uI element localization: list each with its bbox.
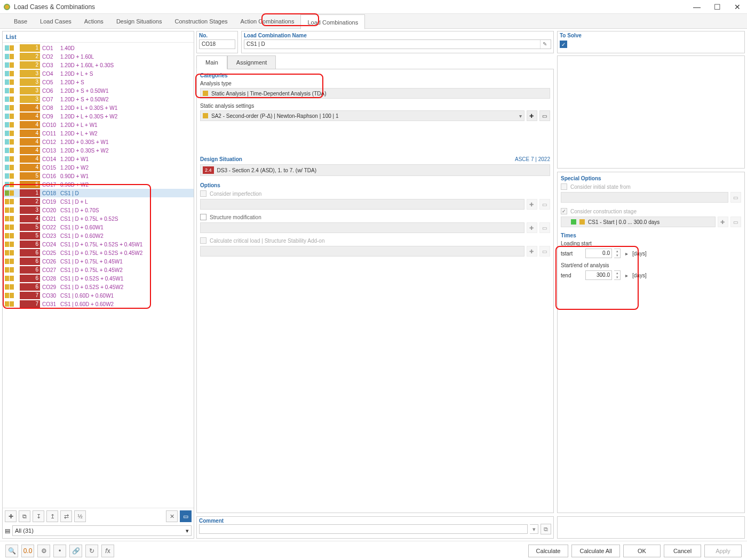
list-row[interactable]: 4CO21CS1 | D + 0.75L + 0.52S <box>3 214 194 223</box>
list-row[interactable]: 5CO170.90D + W2 <box>3 180 194 189</box>
minimize-button[interactable]: — <box>690 3 703 11</box>
list-row[interactable]: 5CO160.90D + W1 <box>3 172 194 180</box>
help-button[interactable]: 🔍 <box>5 545 18 557</box>
list-row[interactable]: 4CO81.20D + L + 0.30S + W1 <box>3 103 194 112</box>
tab-design-situations[interactable]: Design Situations <box>110 14 169 29</box>
comment-input[interactable] <box>199 524 528 534</box>
list-row[interactable]: 3CO51.20D + S <box>3 78 194 86</box>
subtab-main[interactable]: Main <box>196 55 227 69</box>
analysis-type-color-icon <box>203 91 208 96</box>
opt-structmod[interactable]: Structure modification <box>200 214 550 220</box>
calculate-all-button[interactable]: Calculate All <box>571 545 620 557</box>
list-row[interactable]: 4CO151.20D + W2 <box>3 163 194 172</box>
sas-dropdown[interactable]: SA2 - Second-order (P-Δ) | Newton-Raphso… <box>200 110 525 121</box>
tab-actions[interactable]: Actions <box>78 14 110 29</box>
list-row[interactable]: 4CO91.20D + L + 0.30S + W2 <box>3 112 194 121</box>
sort-asc-button[interactable]: ↧ <box>33 510 44 522</box>
solve-checkbox[interactable]: ✓ <box>560 41 567 48</box>
dot-button[interactable]: • <box>53 545 66 557</box>
list-row[interactable]: 1CO18CS1 | D <box>3 189 194 197</box>
tab-base[interactable]: Base <box>7 14 34 29</box>
name-label: Load Combination Name <box>244 33 551 38</box>
sas-label: Static analysis settings <box>200 103 550 109</box>
copy-button[interactable]: ⧉ <box>19 510 30 522</box>
list-row[interactable]: 3CO61.20D + S + 0.50W1 <box>3 86 194 95</box>
tend-go-icon[interactable]: ▸ <box>623 273 630 278</box>
subtab-assignment[interactable]: Assignment <box>227 55 276 69</box>
refresh-button[interactable]: ↻ <box>85 545 98 557</box>
critload-edit-button: ▭ <box>539 246 550 257</box>
comment-dropdown-icon[interactable]: ▾ <box>530 524 538 534</box>
cancel-button[interactable]: Cancel <box>664 545 701 557</box>
list-row[interactable]: 4CO121.20D + 0.30S + W1 <box>3 138 194 146</box>
sas-edit-button[interactable]: ▭ <box>539 110 550 121</box>
list-row[interactable]: 6CO26CS1 | D + 0.75L + 0.45W1 <box>3 257 194 266</box>
list-row[interactable]: 7CO31CS1 | 0.60D + 0.60W2 <box>3 300 194 308</box>
tstart-go-icon[interactable]: ▸ <box>623 251 630 257</box>
ds-title: Design Situation <box>200 156 242 162</box>
no-value[interactable]: CO18 <box>199 39 235 49</box>
delete-button[interactable]: ✕ <box>166 510 178 522</box>
opt-constage: Consider construction stage <box>561 208 741 214</box>
swap-button[interactable]: ⇄ <box>60 510 72 522</box>
chevron-down-icon: ▾ <box>519 113 522 119</box>
list-row[interactable]: 2CO19CS1 | D + L <box>3 197 194 206</box>
tstart-input[interactable]: 0.0 <box>585 249 612 258</box>
list-row[interactable]: 4CO141.20D + W1 <box>3 155 194 163</box>
list-row[interactable]: 6CO27CS1 | D + 0.75L + 0.45W2 <box>3 266 194 274</box>
tab-load-cases[interactable]: Load Cases <box>34 14 78 29</box>
list-row[interactable]: 4CO101.20D + L + W1 <box>3 121 194 129</box>
comment-library-button[interactable]: ⧉ <box>541 524 551 534</box>
ds-row[interactable]: 2.4 DS3 - Section 2.4 (ASD), 1. to 7. (w… <box>200 164 550 176</box>
list-row[interactable]: 1CO11.40D <box>3 44 194 52</box>
list-row[interactable]: 7CO30CS1 | 0.60D + 0.60W1 <box>3 291 194 300</box>
constage-field[interactable]: CS1 - Start | 0.0 ... 300.0 days <box>561 217 716 227</box>
model-button[interactable]: ⚙ <box>37 545 50 557</box>
list-row[interactable]: 2CO31.20D + 1.60L + 0.30S <box>3 61 194 69</box>
calculate-button[interactable]: Calculate <box>528 545 569 557</box>
renumber-button[interactable]: ½ <box>74 510 86 522</box>
tab-action-combinations[interactable]: Action Combinations <box>234 14 301 29</box>
toggle-view-button[interactable]: ▭ <box>180 510 192 522</box>
fx-button[interactable]: fx <box>101 545 114 557</box>
opt-initstate: Consider initial state from <box>561 183 741 190</box>
window-title: Load Cases & Combinations <box>14 3 690 11</box>
units-button[interactable]: 0.0 <box>21 545 34 557</box>
list-row[interactable]: 3CO20CS1 | D + 0.70S <box>3 206 194 214</box>
opt-imperfection: Consider imperfection <box>200 190 550 197</box>
titlebar: Load Cases & Combinations — ☐ ✕ <box>0 0 747 14</box>
sort-desc-button[interactable]: ↥ <box>46 510 58 522</box>
list-row[interactable]: 5CO23CS1 | D + 0.60W2 <box>3 231 194 240</box>
tend-input[interactable]: 300.0 <box>585 270 612 280</box>
tab-construction-stages[interactable]: Construction Stages <box>168 14 234 29</box>
list-row[interactable]: 2CO21.20D + 1.60L <box>3 52 194 61</box>
list-row[interactable]: 4CO131.20D + 0.30S + W2 <box>3 146 194 155</box>
edit-icon[interactable]: ✎ <box>540 40 549 49</box>
tend-spinner[interactable]: ▴▾ <box>614 270 621 280</box>
chevron-down-icon: ▾ <box>186 527 189 534</box>
filter-icon[interactable]: ▤ <box>5 527 10 534</box>
list-row[interactable]: 5CO22CS1 | D + 0.60W1 <box>3 223 194 231</box>
list-row[interactable]: 6CO25CS1 | D + 0.75L + 0.52S + 0.45W2 <box>3 249 194 257</box>
categories-title: Categories <box>200 73 550 78</box>
apply-button[interactable]: Apply <box>704 545 742 557</box>
tab-load-combinations[interactable]: Load Combinations <box>300 14 365 29</box>
ok-button[interactable]: OK <box>623 545 661 557</box>
list-row[interactable]: 6CO29CS1 | D + 0.52S + 0.45W2 <box>3 283 194 291</box>
tstart-spinner[interactable]: ▴▾ <box>614 249 621 258</box>
new-button[interactable]: ✚ <box>5 510 17 522</box>
special-title: Special Options <box>561 175 741 181</box>
list-row[interactable]: 6CO24CS1 | D + 0.75L + 0.52S + 0.45W1 <box>3 240 194 249</box>
filter-dropdown[interactable]: All (31) ▾ <box>12 525 192 536</box>
close-button[interactable]: ✕ <box>731 3 744 11</box>
link-button[interactable]: 🔗 <box>69 545 82 557</box>
name-value[interactable]: CS1 | D ✎ <box>244 39 551 49</box>
analysis-type-pill[interactable]: Static Analysis | Time-Dependent Analysi… <box>200 88 550 99</box>
list-row[interactable]: 4CO111.20D + L + W2 <box>3 129 194 138</box>
main-tabs: BaseLoad CasesActionsDesign SituationsCo… <box>0 14 747 29</box>
list-row[interactable]: 6CO28CS1 | D + 0.52S + 0.45W1 <box>3 274 194 283</box>
list-row[interactable]: 3CO41.20D + L + S <box>3 69 194 78</box>
list-row[interactable]: 3CO71.20D + S + 0.50W2 <box>3 95 194 103</box>
maximize-button[interactable]: ☐ <box>711 3 724 11</box>
sas-new-button[interactable]: ✚ <box>527 110 537 121</box>
